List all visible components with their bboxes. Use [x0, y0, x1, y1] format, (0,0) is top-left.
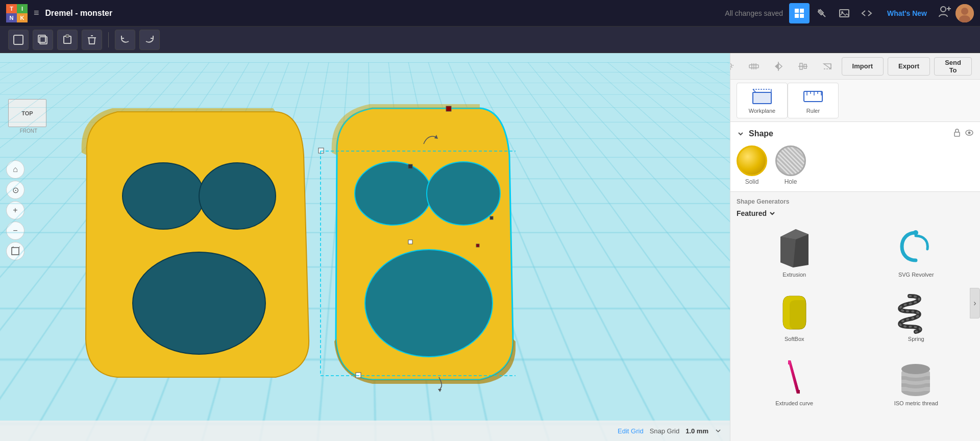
edit-grid-btn[interactable]: Edit Grid	[618, 427, 644, 435]
snap-grid-label: Snap Grid	[650, 427, 680, 435]
svg-rect-0	[795, 9, 799, 13]
sg-expand-btn[interactable]: ›	[970, 288, 980, 318]
gallery-btn[interactable]	[834, 3, 854, 23]
sg-category-label: Shape Generators	[737, 198, 789, 205]
grid-background	[0, 53, 730, 62]
avatar[interactable]	[955, 4, 974, 22]
code-btn[interactable]	[856, 3, 877, 23]
sg-header: Shape Generators	[737, 198, 974, 205]
svg-rect-12	[14, 35, 23, 44]
sg-shape-softbox	[774, 292, 815, 333]
svg-line-21	[19, 247, 20, 248]
nav-cube-front-label: FRONT	[8, 128, 49, 134]
snap-icon-btn[interactable]	[744, 56, 764, 77]
orthographic-btn[interactable]	[6, 242, 24, 260]
add-user-icon[interactable]	[937, 5, 951, 22]
shape-panel-icons	[952, 128, 974, 139]
svg-point-38	[730, 63, 731, 67]
paste-btn[interactable]	[57, 30, 78, 50]
copy-btn[interactable]	[33, 30, 53, 50]
ruler-icon	[803, 87, 823, 106]
align-icon-btn[interactable]	[793, 56, 813, 77]
svg-rect-1	[800, 9, 804, 13]
sg-item-extruded-curve[interactable]: Extruded curve	[737, 352, 852, 410]
sg-shape-spring	[896, 292, 937, 333]
logo-n: N	[6, 13, 17, 22]
save-status: All changes saved	[725, 9, 783, 17]
sg-item-iso-thread[interactable]: ISO metric thread	[859, 352, 974, 410]
grid-view-btn[interactable]	[789, 3, 810, 23]
sg-label-softbox: SoftBox	[785, 336, 804, 342]
home-view-btn[interactable]: ⌂	[6, 160, 24, 179]
solid-option[interactable]: Solid	[737, 145, 767, 185]
sg-label-spring: Spring	[908, 336, 924, 342]
secondary-toolbar	[0, 27, 980, 53]
viewport[interactable]: TOP FRONT ⌂ ⊙ + −	[0, 53, 730, 441]
undo-btn[interactable]	[115, 30, 135, 50]
workplane-label: Workplane	[749, 108, 775, 114]
delete-btn[interactable]	[82, 30, 102, 50]
svg-line-44	[731, 67, 732, 68]
svg-point-79	[901, 364, 930, 374]
snap-chevron-icon[interactable]	[715, 427, 722, 434]
toolbar-divider	[108, 32, 109, 47]
visibility-icon-btn[interactable]	[965, 128, 974, 139]
sg-item-softbox[interactable]: SoftBox	[737, 288, 852, 346]
nav-cube-face[interactable]: TOP	[8, 99, 46, 127]
tools-btn[interactable]	[812, 3, 832, 23]
svg-rect-16	[66, 35, 69, 37]
logo-t: T	[6, 4, 17, 13]
svg-rect-19	[12, 248, 19, 255]
zoom-in-btn[interactable]: +	[6, 201, 24, 219]
solid-circle	[737, 145, 767, 176]
hole-option[interactable]: Hole	[775, 145, 806, 185]
sg-item-extrusion[interactable]: Extrusion	[737, 224, 852, 282]
light-icon-btn[interactable]	[730, 56, 740, 77]
topbar: T I N K ≡ Dremel - monster All changes s…	[0, 0, 980, 27]
zoom-out-btn[interactable]: −	[6, 222, 24, 240]
logo-i: I	[17, 4, 28, 13]
menu-icon[interactable]: ≡	[34, 8, 39, 18]
sg-grid: Extrusion SVG Revolver	[737, 224, 974, 410]
snap-grid-value: 1.0 mm	[685, 427, 708, 435]
ruler-label: Ruler	[806, 108, 820, 114]
hole-circle	[775, 145, 806, 176]
view-controls: ⌂ ⊙ + −	[6, 160, 24, 260]
import-btn[interactable]: Import	[842, 57, 884, 76]
shape-panel-title: Shape	[749, 129, 773, 138]
send-to-btn[interactable]: Send To	[934, 57, 972, 76]
main-area: TOP FRONT ⌂ ⊙ + −	[0, 53, 980, 441]
sg-featured-select[interactable]: Featured	[737, 209, 776, 217]
fit-view-btn[interactable]: ⊙	[6, 181, 24, 199]
shape-panel: Shape Solid Hole	[730, 122, 980, 192]
sg-label-extrusion: Extrusion	[782, 272, 806, 278]
shape-panel-chevron-icon[interactable]	[737, 130, 745, 138]
solid-label: Solid	[745, 178, 759, 185]
sg-label-iso-thread: ISO metric thread	[894, 400, 938, 406]
right-section: Import Export Send To Workplane	[730, 53, 980, 441]
svg-rect-2	[795, 14, 799, 18]
export-btn[interactable]: Export	[888, 57, 930, 76]
flip-icon-btn[interactable]	[817, 56, 838, 77]
whats-new-btn[interactable]: What's New	[883, 7, 931, 19]
tinkercad-logo[interactable]: T I N K	[6, 4, 28, 22]
mirror-icon-btn[interactable]	[768, 56, 789, 77]
sg-dropdown-icon	[769, 210, 776, 217]
lock-icon-btn[interactable]	[952, 128, 962, 139]
workplane-btn[interactable]: Workplane	[737, 83, 788, 118]
project-title: Dremel - monster	[45, 9, 113, 18]
new-shape-btn[interactable]	[8, 30, 29, 50]
ruler-btn[interactable]: Ruler	[788, 83, 839, 118]
svg-point-67	[913, 230, 918, 235]
user-icons	[937, 4, 974, 22]
right-toolbar: Import Export Send To	[730, 53, 980, 80]
nav-cube[interactable]: TOP FRONT	[8, 99, 49, 140]
sg-shape-iso-thread	[896, 356, 937, 397]
hole-label: Hole	[785, 178, 797, 185]
sg-item-svg-revolver[interactable]: SVG Revolver	[859, 224, 974, 282]
shape-options: Solid Hole	[737, 145, 974, 185]
sg-shape-extruded-curve	[774, 356, 815, 397]
redo-btn[interactable]	[139, 30, 160, 50]
topbar-icons	[789, 3, 877, 23]
sg-item-spring[interactable]: Spring	[859, 288, 974, 346]
